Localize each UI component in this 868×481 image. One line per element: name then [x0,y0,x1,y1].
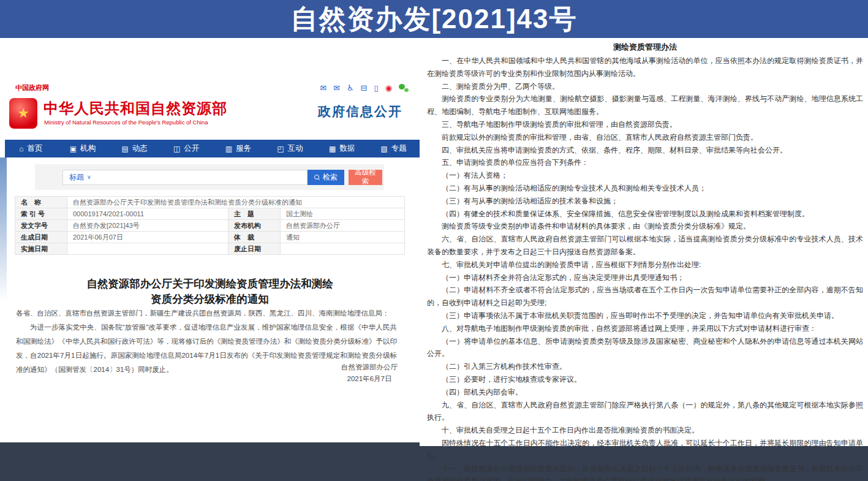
weibo-icon[interactable]: ◉ [385,84,392,92]
meta-name-label: 名 称 [15,197,67,208]
nav-item-label: 数据 [339,143,355,154]
nav-item-label: 服务 [236,143,251,154]
search-icon [314,175,320,180]
search-input[interactable] [97,170,307,184]
doc-paragraph: （一）将申请单位的基本信息、所申请测绘资质类别等级及除涉及国家秘密、商业秘密和个… [427,335,863,361]
meta-repeal-label: 废止日期 [228,243,281,255]
title-filter-select[interactable]: 标题 ∨ [63,172,97,183]
nav-item[interactable]: ▦ 数据 [316,140,368,157]
interact-icon: ◰ [277,145,284,153]
meta-date-label: 生成日期 [15,232,67,243]
chevron-down-icon: ∨ [87,174,91,180]
meta-docno-label: 发文字号 [15,220,67,232]
notice-body: 各省、自治区、直辖市自然资源主管部门，新疆生产建设兵团自然资源局，陕西、黑龙江、… [16,306,397,377]
meta-date-value: 2021年06月07日 [67,232,228,243]
doc-paragraph: 九、省、自治区、直辖市人民政府自然资源主管部门除应严格执行第八条（一）的规定外，… [427,399,863,425]
doc-paragraph: 前款规定以外的测绘资质的审批和管理，由省、自治区、直辖市人民政府自然资源主管部门… [427,131,863,144]
slide-banner: 自然资办发[2021]43号 [0,0,868,38]
doc-paragraph: 因特殊情况在十五个工作日内不能作出决定的，经本审批机关负责人批准，可以延长十个工… [427,437,863,463]
doc-paragraph: 七、审批机关对申请单位提出的测绘资质申请，应当根据下列情形分别作出处理: [427,259,863,271]
utility-icons: ✉ ✉ ♿ ⊟ ▯ ◉ [320,84,409,92]
doc-paragraph: （二）申请材料不齐全或者不符合法定形式的，应当当场或者在五个工作日内一次告知申请… [427,284,863,309]
doc-paragraph: 二、测绘资质分为甲、乙两个等级。 [427,80,863,93]
meta-agency-label: 发布机构 [228,220,281,232]
nav-item[interactable]: ▧ 专题 [368,140,420,157]
nav-item[interactable]: ▤ 动态 [108,140,160,157]
doc-paragraph: 十、审批机关自受理之日起十五个工作日内作出是否批准测绘资质的书面决定。 [427,424,863,437]
meta-genre-value: 通知 [281,232,405,243]
mail-icon[interactable]: ✉ [320,84,326,92]
service-icon: ▥ [225,145,232,153]
meta-subject-label: 主 题 [228,208,281,220]
doc-paragraph: 八、对导航电子地图制作甲级测绘资质的审批，自然资源部将通过网上受理，并采用以下方… [427,322,863,335]
mobile-icon[interactable]: ▯ [374,84,379,92]
notice-sign-date: 2021年6月7日 [341,373,398,385]
topic-icon: ▧ [381,145,388,153]
nav-item[interactable]: ▣ 机构 [57,140,109,157]
nav-item-label: 机构 [80,143,96,154]
meta-docno-value: 自然资办发[2021]43号 [67,220,228,232]
gov-info-disclosure-title: 政府信息公开 [318,103,402,120]
gov-portal-link[interactable]: 中国政府网 [15,83,49,93]
org-icon: ▣ [70,145,77,153]
utility-row: 中国政府网 ✉ ✉ ♿ ⊟ ▯ ◉ [15,83,409,93]
doc-paragraph: （二）有与从事的测绘活动相适应的测绘专业技术人员和测绘相关专业技术人员； [427,182,863,195]
doc-paragraph: （二）引入第三方机构作技术性审查。 [427,360,863,373]
nav-item[interactable]: ◫ 公开 [160,140,213,157]
doc-paragraph: （一）申请材料齐全并符合法定形式的，应当决定受理并出具受理通知书； [427,271,863,284]
nav-item-label: 首页 [27,143,42,154]
notice-title: 自然资源部办公厅关于印发测绘资质管理办法和测绘 资质分类分级标准的通知 [15,276,405,307]
notice-paragraph: 为进一步落实党中央、国务院“放管服”改革要求，促进地理信息产业发展，维护国家地理… [16,320,397,377]
table-row: 名 称 自然资源部办公厅关于印发测绘资质管理办法和测绘资质分类分级标准的通知 [15,197,405,208]
doc-paragraph: 一、在中华人民共和国领域和中华人民共和国管辖的其他海域从事测绘活动的单位，应当依… [427,55,863,80]
website-screenshot-panel: 中国政府网 ✉ ✉ ♿ ⊟ ▯ ◉ ★ [0,38,420,442]
national-emblem: ★ [9,98,37,129]
mail-subscribe-icon[interactable]: ✉ [333,84,340,92]
notice-signer: 自然资源部办公厅 [341,362,398,373]
regulation-body: 一、在中华人民共和国领域和中华人民共和国管辖的其他海域从事测绘活动的单位，应当依… [427,55,863,481]
nav-item[interactable]: ⌂ 首页 [5,140,57,157]
doc-paragraph: （四）有健全的技术和质量保证体系、安全保障措施、信息安全保密管理制度以及测绘成果… [427,208,863,221]
meta-index-value: 000019174/2021-00011 [67,208,228,220]
doc-paragraph: （三）有与从事的测绘活动相适应的技术装备和设施； [427,195,863,208]
home-icon: ⌂ [19,145,23,153]
slide-title: 自然资办发[2021]43号 [290,6,577,32]
search-box: 标题 ∨ [62,170,308,185]
meta-subject-value: 国土测绘 [281,208,405,220]
slide: 自然资办发[2021]43号 中国政府网 ✉ ✉ ♿ ⊟ ▯ ◉ [0,0,868,481]
disclosure-icon: ◫ [173,145,180,153]
nav-item-label: 互动 [288,143,303,154]
doc-paragraph: （三）申请事项依法不属于本审批机关职责范围的，应当即时作出不予受理的决定，并告知… [427,309,863,322]
doc-paragraph: （四）部机关内部会审。 [427,386,863,399]
data-icon: ▦ [329,145,336,153]
meta-agency-value: 自然资源部办公厅 [281,220,405,232]
nav-item-label: 动态 [132,143,148,154]
doc-paragraph: 十一、审批机关作出批准测绘资质决定的，应当自作出决定之日起十个工作日内，向申请单… [427,463,863,481]
meta-impl-value [67,243,228,255]
ministry-name-en: Ministry of Natural Resources of the Peo… [44,119,208,126]
table-row: 生成日期 2021年06月07日 体 裁 通知 [15,232,405,243]
nav-item[interactable]: ▥ 服务 [213,140,265,157]
search-button-label: 检索 [323,172,338,183]
search-button[interactable]: 检索 [308,170,344,185]
nav-item-label: 公开 [184,143,199,154]
meta-impl-label: 实施日期 [15,243,67,255]
doc-paragraph: 测绘资质的专业类别分为大地测量、测绘航空摄影、摄影测量与遥感、工程测量、海洋测绘… [427,93,863,118]
doc-paragraph: （一）有法人资格； [427,169,863,182]
regulation-panel: 测绘资质管理办法 一、在中华人民共和国领域和中华人民共和国管辖的其他海域从事测绘… [420,38,868,446]
site-masthead: ★ 中华人民共和国自然资源部 Ministry of Natural Resou… [5,97,409,138]
accessibility-icon[interactable]: ♿ [347,84,354,92]
advanced-search-button[interactable]: 高级检索 [349,170,382,185]
title-filter-label: 标题 [69,172,84,183]
wechat-icon[interactable] [399,84,409,92]
doc-paragraph: 四、审批机关应当将申请测绘资质的方式、依据、条件、程序、期限、材料目录、审批结果… [427,144,863,157]
ministry-name-cn: 中华人民共和国自然资源部 [43,99,227,118]
print-icon[interactable]: ⊟ [361,84,368,92]
doc-paragraph: 三、导航电子地图制作甲级测绘资质的审批和管理，由自然资源部负责。 [427,118,863,131]
doc-paragraph: （三）必要时，进行实地核查或专家评议。 [427,373,863,386]
nav-item[interactable]: ◰ 互动 [264,140,316,157]
nav-item-label: 专题 [391,143,407,154]
site-navbar: ⌂ 首页 ▣ 机构 ▤ 动态 ◫ 公开 [5,140,420,157]
table-row: 发文字号 自然资办发[2021]43号 发布机构 自然资源部办公厅 [15,220,405,232]
document-meta-table: 名 称 自然资源部办公厅关于印发测绘资质管理办法和测绘资质分类分级标准的通知 索… [15,196,405,255]
